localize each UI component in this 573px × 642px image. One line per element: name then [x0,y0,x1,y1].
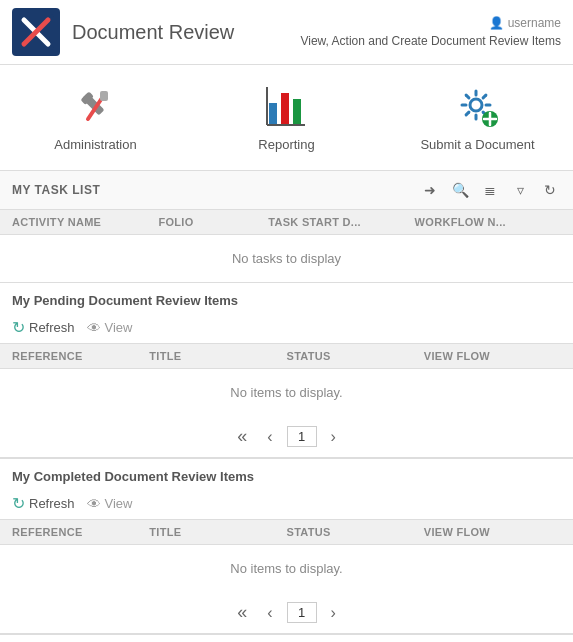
pending-page-number: 1 [287,426,317,447]
completed-col-status: STATUS [287,526,424,538]
pending-view-label: View [105,320,133,335]
nav-item-administration[interactable]: Administration [0,75,191,160]
pending-section: My Pending Document Review Items ↻ Refre… [0,283,573,459]
completed-first-page-button[interactable]: « [231,600,253,625]
svg-rect-6 [100,91,108,101]
completed-page-number: 1 [287,602,317,623]
completed-pagination: « ‹ 1 › [0,592,573,633]
app-title: Document Review [72,21,234,44]
pending-pagination: « ‹ 1 › [0,416,573,457]
app-logo [12,8,60,56]
pending-prev-page-button[interactable]: ‹ [261,426,278,448]
task-refresh-button[interactable]: ↻ [539,179,561,201]
task-export-button[interactable]: ➜ [419,179,441,201]
completed-refresh-icon: ↻ [12,494,25,513]
task-search-button[interactable]: 🔍 [449,179,471,201]
svg-line-19 [483,95,486,98]
svg-line-20 [466,112,469,115]
app-subtitle: View, Action and Create Document Review … [300,34,561,48]
col-workflow: WORKFLOW N... [415,216,561,228]
administration-icon [72,83,120,131]
completed-columns: REFERENCE TITLE STATUS VIEW FLOW [0,519,573,545]
nav-item-submit[interactable]: Submit a Document [382,75,573,160]
svg-point-12 [470,99,482,111]
user-info: 👤 username [300,16,561,30]
nav-item-reporting[interactable]: Reporting [191,75,382,160]
task-list-header: MY TASK LIST ➜ 🔍 ≣ ▿ ↻ [0,171,573,210]
pending-refresh-icon: ↻ [12,318,25,337]
header: Document Review 👤 username View, Action … [0,0,573,65]
completed-view-button[interactable]: 👁 View [87,496,133,512]
pending-col-status: STATUS [287,350,424,362]
completed-empty: No items to display. [0,545,573,592]
completed-refresh-button[interactable]: ↻ Refresh [12,494,75,513]
completed-actions: ↻ Refresh 👁 View [0,490,573,519]
pending-view-icon: 👁 [87,320,101,336]
administration-label: Administration [54,137,136,152]
logo-icon [18,14,54,50]
col-folio: FOLIO [158,216,268,228]
completed-col-title: TITLE [149,526,286,538]
task-list-view-button[interactable]: ≣ [479,179,501,201]
task-list-title: MY TASK LIST [12,183,100,197]
task-filter-button[interactable]: ▿ [509,179,531,201]
completed-view-icon: 👁 [87,496,101,512]
task-list-actions: ➜ 🔍 ≣ ▿ ↻ [419,179,561,201]
person-icon: 👤 [489,16,504,30]
completed-prev-page-button[interactable]: ‹ [261,602,278,624]
pending-col-viewflow: VIEW FLOW [424,350,561,362]
pending-next-page-button[interactable]: › [325,426,342,448]
svg-rect-8 [281,93,289,125]
pending-title: My Pending Document Review Items [0,283,573,314]
svg-rect-9 [293,99,301,125]
pending-columns: REFERENCE TITLE STATUS VIEW FLOW [0,343,573,369]
completed-view-label: View [105,496,133,511]
pending-actions: ↻ Refresh 👁 View [0,314,573,343]
main-navigation: Administration Reporting [0,65,573,171]
pending-empty: No items to display. [0,369,573,416]
pending-refresh-label: Refresh [29,320,75,335]
submit-label: Submit a Document [420,137,534,152]
reporting-label: Reporting [258,137,314,152]
svg-line-17 [466,95,469,98]
completed-refresh-label: Refresh [29,496,75,511]
completed-next-page-button[interactable]: › [325,602,342,624]
task-list-empty: No tasks to display [0,235,573,282]
reporting-icon [263,83,311,131]
submit-icon [454,83,502,131]
task-list-columns: ACTIVITY NAME FOLIO TASK START D... WORK… [0,210,573,235]
completed-section: My Completed Document Review Items ↻ Ref… [0,459,573,635]
completed-title: My Completed Document Review Items [0,459,573,490]
username: username [508,16,561,30]
pending-refresh-button[interactable]: ↻ Refresh [12,318,75,337]
task-list-section: MY TASK LIST ➜ 🔍 ≣ ▿ ↻ ACTIVITY NAME FOL… [0,171,573,283]
svg-rect-7 [269,103,277,125]
pending-first-page-button[interactable]: « [231,424,253,449]
completed-col-ref: REFERENCE [12,526,149,538]
pending-col-title: TITLE [149,350,286,362]
col-task-start: TASK START D... [268,216,414,228]
completed-col-viewflow: VIEW FLOW [424,526,561,538]
pending-col-ref: REFERENCE [12,350,149,362]
pending-view-button[interactable]: 👁 View [87,320,133,336]
col-activity-name: ACTIVITY NAME [12,216,158,228]
header-left: Document Review [12,8,234,56]
header-right: 👤 username View, Action and Create Docum… [300,16,561,48]
